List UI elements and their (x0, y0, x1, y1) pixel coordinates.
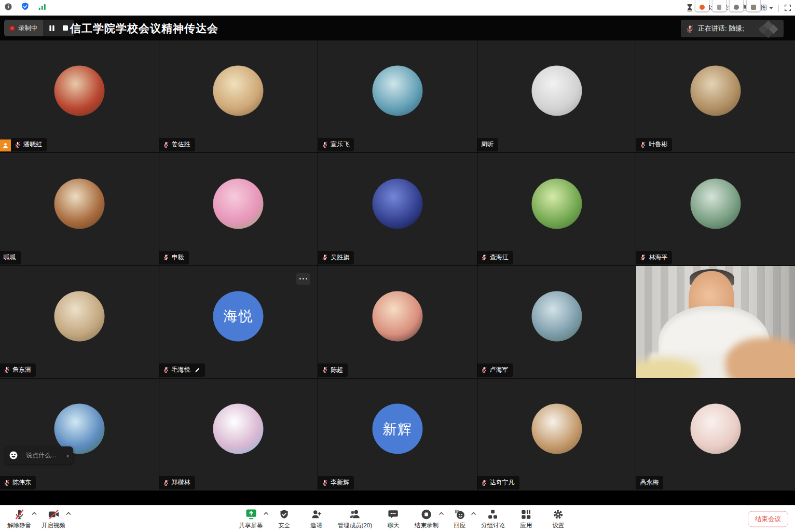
participant-tile[interactable]: 周昕 (477, 40, 636, 152)
pause-recording-button[interactable] (46, 22, 58, 34)
rename-pencil-icon[interactable] (195, 367, 200, 373)
participant-name: 詹东洲 (12, 366, 31, 374)
system-bar: 01:04:36(录制) 宫格视图 | (0, 0, 795, 16)
chat-quick-bar: 说点什么... ‹ (5, 446, 73, 464)
participant-name: 吴胜旗 (331, 253, 349, 262)
unmute-label: 解除静音 (7, 522, 31, 529)
mic-muted-icon (15, 142, 21, 148)
participant-name: 达奇宁凡 (490, 478, 515, 487)
apps-button[interactable]: 应用 (514, 508, 538, 530)
end-recording-button[interactable]: 结束录制 (414, 508, 440, 530)
chevron-up-icon[interactable] (471, 512, 476, 515)
avatar-grayscale-sketch-portrait (531, 66, 582, 116)
mic-muted-icon (163, 367, 169, 373)
chevron-up-icon[interactable] (66, 512, 71, 515)
overlay-button[interactable] (746, 0, 761, 12)
overlay-button[interactable] (712, 0, 727, 12)
chat-button[interactable]: 聊天 (381, 508, 405, 530)
participant-name-pill: 叶鲁彬 (636, 138, 672, 151)
avatar-zipline-in-forest (691, 178, 741, 229)
participant-name-pill: 宣乐飞 (318, 138, 354, 151)
participant-name-pill: 郑楷林 (159, 476, 195, 489)
participant-name-pill: 姜佐胜 (159, 138, 195, 151)
chevron-up-icon[interactable] (264, 512, 269, 515)
end-meeting-button[interactable]: 结束会议 (748, 511, 788, 527)
security-button[interactable]: 安全 (272, 508, 296, 530)
participant-tile[interactable]: 海悦 毛海悦 (159, 266, 318, 378)
participant-name-pill: 詹东洲 (0, 363, 36, 377)
mic-muted-icon (640, 142, 646, 148)
participant-name-pill: 陈超 (318, 363, 348, 377)
recording-pill: 录制中 (4, 20, 74, 36)
participant-tile[interactable]: 潘晓虹 (0, 40, 159, 152)
participant-tile[interactable]: 查海江 (477, 153, 636, 265)
fullscreen-button[interactable] (784, 4, 792, 12)
members-icon (349, 508, 361, 520)
avatar-dried-leaf-art (531, 404, 582, 454)
camera-off-icon (48, 508, 60, 520)
participant-tile[interactable]: 姜佐胜 (159, 40, 318, 152)
mic-muted-icon (686, 25, 694, 33)
reactions-button[interactable]: 回应 (448, 508, 472, 530)
mic-muted-icon (322, 142, 328, 148)
avatar-space-planets (372, 178, 422, 229)
chevron-up-icon[interactable] (439, 512, 444, 515)
participant-tile[interactable]: 陈超 (318, 266, 477, 378)
text-avatar: 海悦 (213, 291, 264, 341)
apps-icon (520, 508, 532, 520)
participant-tile[interactable]: 郑楷林 (159, 379, 318, 491)
participant-name-pill: 卢海军 (477, 363, 513, 377)
collapse-chevron-button[interactable]: ‹ (67, 452, 69, 459)
participant-tile[interactable]: 叶鲁彬 (636, 40, 795, 152)
share-screen-button[interactable]: 共享屏幕 (238, 508, 264, 530)
avatar-cartoon-girl-doll (372, 291, 422, 341)
participant-tile[interactable] (636, 266, 795, 378)
manage-members-button[interactable]: 管理成员(20) (337, 508, 373, 530)
participant-tile[interactable]: 林海平 (636, 153, 795, 265)
bottom-toolbar: 解除静音 开启视频 共享屏幕 安全 (0, 505, 795, 532)
more-options-button[interactable] (296, 273, 310, 285)
quick-message-input[interactable]: 说点什么... (26, 451, 63, 460)
avatar-colorful-painted-leaf (213, 404, 264, 454)
recording-dot-icon (9, 25, 15, 31)
breakout-rooms-button[interactable]: 分组讨论 (480, 508, 506, 530)
invite-icon (311, 508, 322, 520)
chevron-up-icon[interactable] (32, 512, 37, 515)
speaking-label: 正在讲话: 随缘; (698, 24, 744, 33)
mic-muted-icon (14, 508, 25, 520)
settings-button[interactable]: 设置 (546, 508, 570, 530)
stop-recording-button[interactable] (60, 22, 71, 34)
participant-tile[interactable]: 达奇宁凡 (477, 379, 636, 491)
shield-check-icon[interactable] (21, 2, 30, 11)
participant-tile[interactable]: 陈伟东 (0, 379, 159, 491)
participant-tile[interactable]: 吴胜旗 (318, 153, 477, 265)
brand-logo-icon (759, 22, 779, 35)
avatar-sea-and-boats (372, 66, 422, 116)
hourglass-icon (687, 4, 693, 11)
participant-tile[interactable]: 卢海军 (477, 266, 636, 378)
live-video-man-in-white-polo-live-camera (636, 266, 795, 378)
participant-tile[interactable]: 新辉 李新辉 (318, 379, 477, 491)
signal-bars-icon[interactable] (38, 3, 47, 11)
participant-name: 宣乐飞 (331, 140, 349, 149)
info-icon[interactable] (4, 3, 12, 11)
participant-tile[interactable]: 呱呱 (0, 153, 159, 265)
start-video-label: 开启视频 (42, 522, 65, 529)
participant-tile[interactable]: 詹东洲 (0, 266, 159, 378)
start-video-button[interactable]: 开启视频 (40, 508, 66, 530)
overlay-record-button[interactable] (695, 0, 709, 12)
invite-button[interactable]: 邀请 (305, 508, 328, 530)
avatar-child-by-wooden-door (691, 66, 741, 116)
active-speaker-indicator: 正在讲话: 随缘; (681, 20, 784, 37)
overlay-button[interactable] (729, 0, 744, 12)
participant-tile[interactable]: 高永梅 (636, 379, 795, 491)
emoji-button[interactable] (9, 451, 18, 460)
participant-name-pill: 呱呱 (0, 251, 21, 264)
meeting-header: 录制中 信工学院学校会议精神传达会 正在讲话: 随缘; (0, 16, 795, 40)
participant-tile[interactable]: 宣乐飞 (318, 40, 477, 152)
unmute-button[interactable]: 解除静音 (6, 508, 32, 530)
participant-name-pill: 潘晓虹 (11, 138, 47, 151)
participant-name: 潘晓虹 (23, 140, 42, 149)
avatar-canal-water-town (531, 291, 582, 341)
participant-tile[interactable]: 申毅 (159, 153, 318, 265)
